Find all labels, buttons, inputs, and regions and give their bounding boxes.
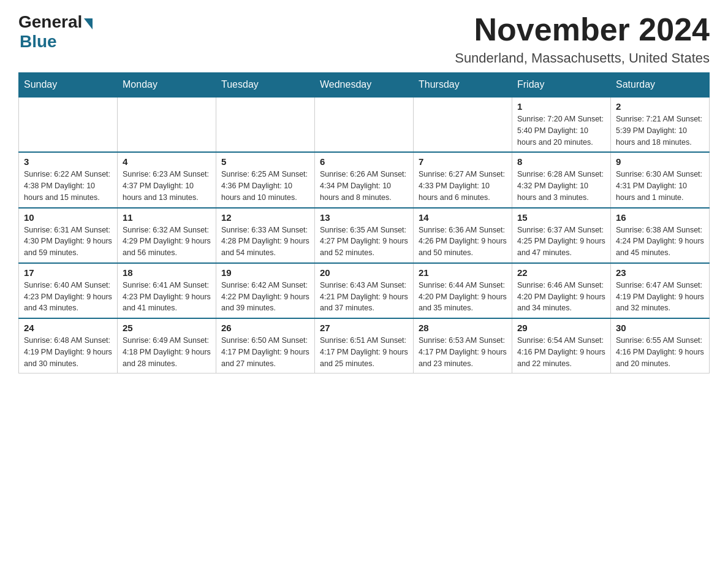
- day-number: 7: [419, 156, 507, 167]
- day-number: 15: [517, 212, 605, 223]
- day-number: 1: [517, 101, 605, 112]
- day-number: 25: [123, 323, 211, 333]
- day-number: 29: [517, 323, 605, 333]
- calendar-cell: 1Sunrise: 7:20 AM Sunset: 5:40 PM Daylig…: [512, 97, 611, 152]
- day-number: 24: [24, 323, 112, 333]
- day-info: Sunrise: 6:33 AM Sunset: 4:28 PM Dayligh…: [221, 224, 309, 259]
- day-number: 6: [320, 156, 408, 167]
- day-info: Sunrise: 6:54 AM Sunset: 4:16 PM Dayligh…: [517, 335, 605, 369]
- day-info: Sunrise: 6:28 AM Sunset: 4:32 PM Dayligh…: [517, 169, 605, 203]
- day-number: 3: [24, 156, 112, 167]
- calendar-cell: 18Sunrise: 6:41 AM Sunset: 4:23 PM Dayli…: [118, 263, 216, 318]
- day-number: 18: [123, 267, 211, 278]
- calendar-cell: 30Sunrise: 6:55 AM Sunset: 4:16 PM Dayli…: [611, 318, 710, 373]
- day-info: Sunrise: 6:31 AM Sunset: 4:30 PM Dayligh…: [24, 224, 112, 259]
- calendar-cell: 13Sunrise: 6:35 AM Sunset: 4:27 PM Dayli…: [315, 208, 414, 263]
- day-number: 10: [24, 212, 112, 223]
- day-info: Sunrise: 6:36 AM Sunset: 4:26 PM Dayligh…: [419, 224, 507, 259]
- day-info: Sunrise: 6:25 AM Sunset: 4:36 PM Dayligh…: [221, 169, 309, 203]
- calendar-cell: 14Sunrise: 6:36 AM Sunset: 4:26 PM Dayli…: [414, 208, 512, 263]
- day-info: Sunrise: 7:21 AM Sunset: 5:39 PM Dayligh…: [616, 113, 704, 148]
- day-info: Sunrise: 6:37 AM Sunset: 4:25 PM Dayligh…: [517, 224, 605, 259]
- calendar-cell: 15Sunrise: 6:37 AM Sunset: 4:25 PM Dayli…: [512, 208, 611, 263]
- week-row-1: 1Sunrise: 7:20 AM Sunset: 5:40 PM Daylig…: [19, 97, 710, 152]
- calendar-cell: 6Sunrise: 6:26 AM Sunset: 4:34 PM Daylig…: [315, 152, 414, 207]
- day-number: 28: [419, 323, 507, 333]
- title-area: November 2024 Sunderland, Massachusetts,…: [455, 12, 710, 66]
- logo-blue-text: Blue: [20, 32, 57, 52]
- calendar-cell: 27Sunrise: 6:51 AM Sunset: 4:17 PM Dayli…: [315, 318, 414, 373]
- day-info: Sunrise: 6:32 AM Sunset: 4:29 PM Dayligh…: [123, 224, 211, 259]
- calendar-cell: [19, 97, 118, 152]
- calendar-cell: 26Sunrise: 6:50 AM Sunset: 4:17 PM Dayli…: [216, 318, 315, 373]
- calendar-cell: 7Sunrise: 6:27 AM Sunset: 4:33 PM Daylig…: [414, 152, 512, 207]
- calendar-cell: 19Sunrise: 6:42 AM Sunset: 4:22 PM Dayli…: [216, 263, 315, 318]
- day-header-friday: Friday: [512, 73, 611, 98]
- day-number: 17: [24, 267, 112, 278]
- calendar-cell: 21Sunrise: 6:44 AM Sunset: 4:20 PM Dayli…: [414, 263, 512, 318]
- day-header-sunday: Sunday: [19, 73, 118, 98]
- week-row-3: 10Sunrise: 6:31 AM Sunset: 4:30 PM Dayli…: [19, 208, 710, 263]
- day-info: Sunrise: 6:50 AM Sunset: 4:17 PM Dayligh…: [221, 335, 309, 369]
- calendar-cell: 22Sunrise: 6:46 AM Sunset: 4:20 PM Dayli…: [512, 263, 611, 318]
- calendar-cell: 11Sunrise: 6:32 AM Sunset: 4:29 PM Dayli…: [118, 208, 216, 263]
- day-info: Sunrise: 6:49 AM Sunset: 4:18 PM Dayligh…: [123, 335, 211, 369]
- day-number: 23: [616, 267, 704, 278]
- day-number: 4: [123, 156, 211, 167]
- day-number: 26: [221, 323, 309, 333]
- logo-general-text: General: [18, 12, 82, 32]
- calendar-cell: 10Sunrise: 6:31 AM Sunset: 4:30 PM Dayli…: [19, 208, 118, 263]
- day-number: 12: [221, 212, 309, 223]
- calendar-cell: 2Sunrise: 7:21 AM Sunset: 5:39 PM Daylig…: [611, 97, 710, 152]
- page-header: General Blue November 2024 Sunderland, M…: [18, 12, 710, 66]
- day-number: 30: [616, 323, 704, 333]
- calendar-cell: [118, 97, 216, 152]
- day-header-thursday: Thursday: [414, 73, 512, 98]
- day-number: 22: [517, 267, 605, 278]
- location-subtitle: Sunderland, Massachusetts, United States: [455, 50, 710, 66]
- week-row-5: 24Sunrise: 6:48 AM Sunset: 4:19 PM Dayli…: [19, 318, 710, 373]
- calendar-cell: 8Sunrise: 6:28 AM Sunset: 4:32 PM Daylig…: [512, 152, 611, 207]
- day-info: Sunrise: 6:22 AM Sunset: 4:38 PM Dayligh…: [24, 169, 112, 203]
- calendar-cell: 9Sunrise: 6:30 AM Sunset: 4:31 PM Daylig…: [611, 152, 710, 207]
- day-info: Sunrise: 6:40 AM Sunset: 4:23 PM Dayligh…: [24, 280, 112, 314]
- calendar-cell: 25Sunrise: 6:49 AM Sunset: 4:18 PM Dayli…: [118, 318, 216, 373]
- calendar-cell: 17Sunrise: 6:40 AM Sunset: 4:23 PM Dayli…: [19, 263, 118, 318]
- day-info: Sunrise: 6:44 AM Sunset: 4:20 PM Dayligh…: [419, 280, 507, 314]
- day-info: Sunrise: 6:43 AM Sunset: 4:21 PM Dayligh…: [320, 280, 408, 314]
- day-header-monday: Monday: [118, 73, 216, 98]
- month-title: November 2024: [455, 12, 710, 47]
- day-info: Sunrise: 6:30 AM Sunset: 4:31 PM Dayligh…: [616, 169, 704, 203]
- day-info: Sunrise: 6:47 AM Sunset: 4:19 PM Dayligh…: [616, 280, 704, 314]
- day-header-wednesday: Wednesday: [315, 73, 414, 98]
- calendar-cell: [414, 97, 512, 152]
- day-info: Sunrise: 6:23 AM Sunset: 4:37 PM Dayligh…: [123, 169, 211, 203]
- day-header-saturday: Saturday: [611, 73, 710, 98]
- calendar-cell: 5Sunrise: 6:25 AM Sunset: 4:36 PM Daylig…: [216, 152, 315, 207]
- day-info: Sunrise: 6:48 AM Sunset: 4:19 PM Dayligh…: [24, 335, 112, 369]
- day-number: 13: [320, 212, 408, 223]
- logo-arrow-icon: [84, 18, 93, 29]
- day-info: Sunrise: 6:38 AM Sunset: 4:24 PM Dayligh…: [616, 224, 704, 259]
- day-info: Sunrise: 6:41 AM Sunset: 4:23 PM Dayligh…: [123, 280, 211, 314]
- day-number: 8: [517, 156, 605, 167]
- day-info: Sunrise: 6:35 AM Sunset: 4:27 PM Dayligh…: [320, 224, 408, 259]
- day-info: Sunrise: 6:51 AM Sunset: 4:17 PM Dayligh…: [320, 335, 408, 369]
- logo: General Blue: [18, 12, 93, 52]
- calendar-cell: 29Sunrise: 6:54 AM Sunset: 4:16 PM Dayli…: [512, 318, 611, 373]
- day-number: 16: [616, 212, 704, 223]
- calendar-cell: [216, 97, 315, 152]
- calendar-header-row: SundayMondayTuesdayWednesdayThursdayFrid…: [19, 73, 710, 98]
- week-row-2: 3Sunrise: 6:22 AM Sunset: 4:38 PM Daylig…: [19, 152, 710, 207]
- day-info: Sunrise: 6:55 AM Sunset: 4:16 PM Dayligh…: [616, 335, 704, 369]
- calendar-cell: 16Sunrise: 6:38 AM Sunset: 4:24 PM Dayli…: [611, 208, 710, 263]
- calendar-cell: 3Sunrise: 6:22 AM Sunset: 4:38 PM Daylig…: [19, 152, 118, 207]
- day-header-tuesday: Tuesday: [216, 73, 315, 98]
- day-number: 14: [419, 212, 507, 223]
- day-number: 20: [320, 267, 408, 278]
- day-number: 9: [616, 156, 704, 167]
- day-info: Sunrise: 6:26 AM Sunset: 4:34 PM Dayligh…: [320, 169, 408, 203]
- day-number: 21: [419, 267, 507, 278]
- day-number: 2: [616, 101, 704, 112]
- calendar-cell: 24Sunrise: 6:48 AM Sunset: 4:19 PM Dayli…: [19, 318, 118, 373]
